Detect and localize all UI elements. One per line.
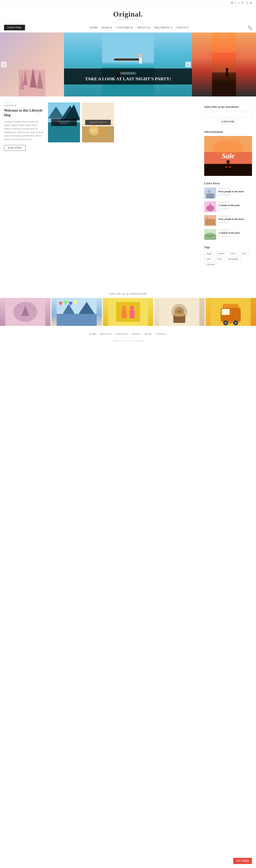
sidebar: —— Subscribe to my newsletter SUBSCRIBE … [200, 96, 256, 276]
lifestyle-posts-card[interactable]: LIFESTYLE POSTS [48, 102, 80, 143]
tag-video[interactable]: video [215, 257, 224, 261]
latest-posts-card[interactable]: LATEST POSTS [82, 102, 114, 143]
footer-link-home[interactable]: HOME [89, 333, 96, 335]
hero-prev-button[interactable]: ‹ [1, 62, 7, 67]
hero-slide-right [192, 33, 256, 96]
tags-section: Tags design fashion travel music party v… [204, 246, 252, 267]
linkedin-icon[interactable]: in [250, 1, 252, 4]
nav-item-megamenu[interactable]: MEGAMENU ▾ [154, 26, 172, 29]
ad-sale-text: Sale [222, 152, 234, 160]
latest-post-title-4[interactable]: A sunday in the park [218, 231, 252, 235]
tag-music[interactable]: music [239, 251, 249, 256]
instagram-cell-2[interactable] [51, 298, 102, 326]
nav-link-home[interactable]: HOME [90, 26, 97, 29]
latest-post-date-1: 12 MARCH [218, 194, 252, 196]
svg-rect-56 [57, 314, 96, 326]
nav-link-contact[interactable]: CONTACT [176, 26, 189, 29]
advertisement-section: Advertisement Sale [204, 130, 252, 176]
latest-post-cat-2: LIFESTYLE [218, 201, 252, 203]
latest-posts-title: Latest Posts [204, 182, 252, 185]
hero-slide-left: ‹ [0, 33, 64, 96]
nav-item-home[interactable]: HOME [90, 26, 97, 29]
latest-post-title-1[interactable]: Party people in the house [218, 190, 252, 193]
nav-links: HOME PAGES ▾ CATAGORY ▾ ABOUT US MEGAMEN… [31, 26, 248, 29]
nav-link-about[interactable]: ABOUT US [137, 26, 150, 29]
nav-item-pages[interactable]: PAGES ▾ [102, 26, 112, 29]
instagram-cell-1[interactable] [0, 298, 51, 326]
latest-post-title-3[interactable]: Party people in the house [218, 218, 252, 221]
hero-badge: LIFESTYLE [120, 72, 136, 75]
site-tagline: Lifestyle Blog [0, 19, 256, 21]
instagram-cell-5[interactable] [205, 298, 256, 326]
tag-fashion[interactable]: fashion [216, 251, 227, 256]
instagram-cell-4[interactable] [154, 298, 205, 326]
svg-point-51 [205, 233, 215, 237]
footer-link-music[interactable]: MUSIC [145, 333, 152, 335]
hero-center-content: LIFESTYLE TAKE A LOOK AT LAST NIGHT'S PA… [64, 68, 192, 85]
latest-post-date-3: 12 MARCH [218, 221, 252, 223]
nav-bar: SUBSCRIBE HOME PAGES ▾ CATAGORY ▾ ABOUT … [0, 23, 256, 33]
svg-rect-67 [122, 310, 126, 318]
tag-party[interactable]: party [204, 257, 214, 261]
main-container: LIFESTYLE Welcome to this Lifestyle blog… [0, 96, 256, 276]
tags-title: Tags [204, 246, 252, 249]
svg-point-31 [98, 127, 106, 135]
list-item[interactable]: LIFESTYLE Party people in the house 12 M… [204, 187, 252, 198]
footer-link-travel[interactable]: TRAVEL [132, 333, 141, 335]
newsletter-input[interactable] [204, 111, 252, 117]
read-more-button[interactable]: READ MORE [4, 145, 26, 151]
latest-post-thumb-3 [204, 215, 216, 226]
site-title: Original. [0, 10, 256, 19]
svg-point-74 [173, 313, 186, 316]
instagram-cell-3[interactable] [103, 298, 153, 326]
latest-post-thumb-2 [204, 201, 216, 212]
post-text: LIFESTYLE Welcome to this Lifestyle blog… [4, 102, 44, 151]
nav-item-contact[interactable]: CONTACT [176, 26, 189, 29]
nav-link-category[interactable]: CATAGORY ▾ [116, 26, 133, 29]
footer-nav: HOME ABOUT US LIFESTYLE TRAVEL MUSIC CON… [0, 330, 256, 338]
svg-point-81 [225, 322, 227, 324]
list-item[interactable]: LIFESTYLE A sunday in the park 12 MARCH [204, 201, 252, 212]
footer-link-lifestyle[interactable]: LIFESTYLE [116, 333, 128, 335]
tag-photography[interactable]: photography [226, 257, 241, 261]
hero-slide-center: LIFESTYLE TAKE A LOOK AT LAST NIGHT'S PA… [64, 33, 192, 96]
svg-rect-47 [205, 219, 215, 225]
instagram-icon[interactable]: ◯ [246, 1, 248, 4]
svg-rect-39 [227, 164, 229, 168]
subscribe-button[interactable]: SUBSCRIBE [4, 25, 25, 30]
svg-rect-78 [222, 309, 230, 315]
nav-item-about[interactable]: ABOUT US [137, 26, 150, 29]
search-icon[interactable]: 🔍 [248, 25, 252, 30]
watermark: 仿词图@BBS.xenizo.com 更多精品模板 [0, 338, 256, 344]
tag-adventure[interactable]: adventure [204, 262, 217, 267]
pinterest2-icon[interactable]: ☀ [241, 1, 244, 4]
list-item[interactable]: LIFESTYLE Party people in the house 12 M… [204, 215, 252, 226]
twitter-icon[interactable]: 𝕣 [238, 1, 239, 4]
nav-item-category[interactable]: CATAGORY ▾ [116, 26, 133, 29]
svg-rect-8 [102, 62, 154, 67]
latest-card-label: LATEST POSTS [85, 120, 111, 125]
tag-travel[interactable]: travel [228, 251, 238, 256]
sidebar-subscribe-button[interactable]: SUBSCRIBE [219, 119, 238, 124]
tag-design[interactable]: design [204, 251, 215, 256]
nav-link-pages[interactable]: PAGES ▾ [102, 26, 112, 29]
svg-point-82 [235, 322, 237, 324]
facebook-icon[interactable]: f [235, 1, 236, 4]
nav-link-megamenu[interactable]: MEGAMENU ▾ [154, 26, 172, 29]
site-header: Original. Lifestyle Blog [0, 6, 256, 23]
pinterest-icon[interactable]: Ⓒ [231, 1, 233, 5]
latest-post-date-4: 12 MARCH [218, 235, 252, 237]
latest-post-cat-1: LIFESTYLE [218, 187, 252, 189]
footer-link-contact[interactable]: CONTACT [156, 333, 167, 335]
latest-post-date-2: 12 MARCH [218, 208, 252, 210]
latest-post-title-2[interactable]: A sunday in the park [218, 204, 252, 207]
image-grid: LIFESTYLE POSTS LATEST POSTS [48, 102, 114, 151]
hero-next-button[interactable]: › [186, 62, 191, 67]
list-item[interactable]: LIFESTYLE A sunday in the park 12 MARCH [204, 229, 252, 240]
footer-link-about[interactable]: ABOUT US [100, 333, 112, 335]
latest-post-thumb-1 [204, 187, 216, 198]
latest-post-info-2: LIFESTYLE A sunday in the park 12 MARCH [218, 201, 252, 210]
divider-line [4, 102, 10, 103]
ad-box[interactable]: Sale [204, 136, 252, 176]
svg-rect-32 [91, 128, 97, 132]
